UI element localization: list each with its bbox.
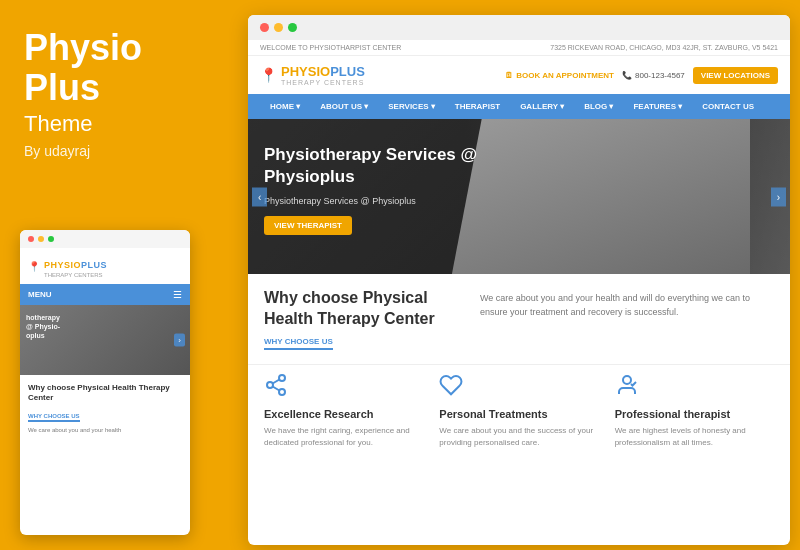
feature-professional: Professional therapist We are highest le…: [615, 373, 774, 449]
nav-item-home[interactable]: HOME ▾: [260, 94, 310, 119]
hero-content: Physiotherapy Services @ Physioplus Phys…: [248, 119, 790, 260]
mobile-hamburger-icon[interactable]: ☰: [173, 289, 182, 300]
site-topbar-address: 7325 RICKEVAN ROAD, CHICAGO, MD3 42JR, S…: [550, 44, 778, 51]
feature3-text: We are highest levels of honesty and pro…: [615, 425, 774, 449]
svg-point-5: [623, 376, 631, 384]
feature2-text: We care about you and the success of you…: [439, 425, 598, 449]
hero-subtitle: Physiotherapy Services @ Physioplus: [264, 196, 774, 206]
site-logo-pin-icon: 📍: [260, 67, 277, 83]
nav-item-about[interactable]: ABOUT US ▾: [310, 94, 378, 119]
person-icon: [615, 373, 774, 402]
heart-icon: [439, 373, 598, 402]
why-left: Why choose Physical Health Therapy Cente…: [264, 288, 464, 350]
svg-point-2: [279, 389, 285, 395]
mobile-preview: 📍 PHYSIOPLUS THERAPY CENTERS MENU ☰ hoth…: [20, 230, 190, 535]
mobile-logo-sub: THERAPY CENTERS: [44, 272, 107, 278]
mobile-dot-red: [28, 236, 34, 242]
mobile-titlebar: [20, 230, 190, 248]
phone-display: 📞 800-123-4567: [622, 71, 685, 80]
mobile-hero: hotherapy @ Physio- oplus ›: [20, 305, 190, 375]
hero-section: Physiotherapy Services @ Physioplus Phys…: [248, 119, 790, 274]
svg-line-3: [273, 386, 280, 390]
feature1-text: We have the right caring, experience and…: [264, 425, 423, 449]
browser-dot-red: [260, 23, 269, 32]
nav-item-features[interactable]: FEATURES ▾: [623, 94, 692, 119]
browser-titlebar: [248, 15, 790, 40]
why-section: Why choose Physical Health Therapy Cente…: [248, 274, 790, 364]
mobile-body-text: We care about you and your health: [28, 426, 182, 434]
mobile-why-label: WHY CHOOSE US: [28, 413, 80, 422]
browser-dot-yellow: [274, 23, 283, 32]
mobile-dot-yellow: [38, 236, 44, 242]
mobile-content: Why choose Physical Health Therapy Cente…: [20, 375, 190, 442]
site-navigation: HOME ▾ ABOUT US ▾ SERVICES ▾ THERAPIST G…: [248, 94, 790, 119]
hero-next-arrow[interactable]: ›: [771, 187, 786, 206]
svg-point-0: [279, 375, 285, 381]
browser-dot-green: [288, 23, 297, 32]
site-topbar: WELCOME TO PHYSIOTHARPIST CENTER 7325 RI…: [248, 40, 790, 56]
feature-excellence: Excellence Research We have the right ca…: [264, 373, 423, 449]
mobile-hero-next-arrow[interactable]: ›: [174, 334, 185, 347]
mobile-menu-label: MENU: [28, 290, 52, 299]
feature3-title: Professional therapist: [615, 408, 774, 420]
mobile-logo-pin-icon: 📍: [28, 261, 40, 272]
theme-by: By udayraj: [24, 143, 221, 159]
share-icon: [264, 373, 423, 402]
phone-icon: 📞: [622, 71, 632, 80]
browser-window: WELCOME TO PHYSIOTHARPIST CENTER 7325 RI…: [248, 15, 790, 545]
site-header-right: 🗓 BOOK AN APPOINTMENT 📞 800-123-4567 VIE…: [505, 67, 778, 84]
mobile-dot-green: [48, 236, 54, 242]
site-logo: 📍 PHYSIOPLUS THERAPY CENTERS: [260, 64, 365, 86]
left-panel: Physio Plus Theme By udayraj 📍 PHYSIOPLU…: [0, 0, 245, 550]
feature2-title: Personal Treatments: [439, 408, 598, 420]
svg-line-4: [273, 379, 280, 383]
nav-item-services[interactable]: SERVICES ▾: [378, 94, 445, 119]
hero-title: Physiotherapy Services @ Physioplus: [264, 144, 504, 188]
nav-item-gallery[interactable]: GALLERY ▾: [510, 94, 574, 119]
nav-item-contact[interactable]: CONTACT US: [692, 94, 764, 119]
mobile-header: 📍 PHYSIOPLUS THERAPY CENTERS: [20, 248, 190, 284]
appointment-button[interactable]: 🗓 BOOK AN APPOINTMENT: [505, 71, 614, 80]
nav-item-therapist[interactable]: THERAPIST: [445, 94, 510, 119]
site-topbar-welcome: WELCOME TO PHYSIOTHARPIST CENTER: [260, 44, 401, 51]
mobile-logo-text: PHYSIOPLUS: [44, 260, 107, 270]
why-description: We care about you and your health and wi…: [480, 288, 774, 350]
view-locations-button[interactable]: VIEW LOCATIONS: [693, 67, 778, 84]
features-section: Excellence Research We have the right ca…: [248, 364, 790, 463]
nav-item-blog[interactable]: BLOG ▾: [574, 94, 623, 119]
why-title: Why choose Physical Health Therapy Cente…: [264, 288, 464, 330]
why-label: WHY CHOOSE US: [264, 337, 333, 350]
mobile-hero-text: hotherapy @ Physio- oplus: [26, 313, 60, 340]
theme-title: Physio Plus: [24, 28, 221, 107]
theme-subtitle: Theme: [24, 111, 221, 137]
theme-title-line2: Plus: [24, 67, 100, 108]
site-header: 📍 PHYSIOPLUS THERAPY CENTERS 🗓 BOOK AN A…: [248, 56, 790, 94]
svg-point-1: [267, 382, 273, 388]
hero-prev-arrow[interactable]: ‹: [252, 187, 267, 206]
site-logo-text: PHYSIOPLUS: [281, 64, 365, 79]
view-therapist-button[interactable]: VIEW THERAPIST: [264, 216, 352, 235]
mobile-section-title: Why choose Physical Health Therapy Cente…: [28, 383, 182, 404]
feature-personal: Personal Treatments We care about you an…: [439, 373, 598, 449]
mobile-nav: MENU ☰: [20, 284, 190, 305]
theme-title-line1: Physio: [24, 27, 142, 68]
site-logo-sub: THERAPY CENTERS: [281, 79, 365, 86]
feature1-title: Excellence Research: [264, 408, 423, 420]
calendar-icon: 🗓: [505, 71, 513, 80]
